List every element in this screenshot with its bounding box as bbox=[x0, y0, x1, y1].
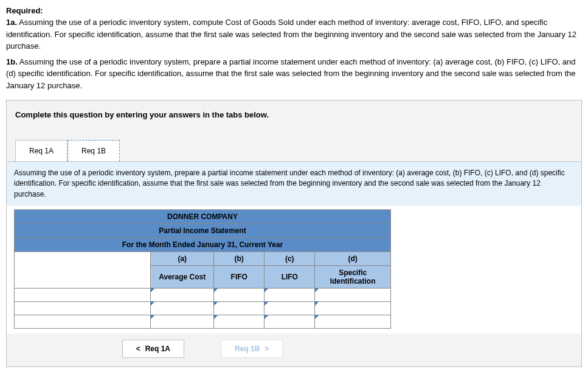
cell-input-r1-b[interactable] bbox=[214, 289, 265, 302]
row-label-input[interactable] bbox=[15, 302, 151, 315]
cell-input-r3-b[interactable] bbox=[214, 315, 265, 329]
tab-description: Assuming the use of a periodic inventory… bbox=[7, 161, 581, 206]
answer-container: Complete this question by entering your … bbox=[6, 100, 582, 367]
tabs-row: Req 1A Req 1B bbox=[7, 129, 581, 161]
q1b-label: 1b. bbox=[6, 57, 18, 66]
table-row bbox=[15, 315, 391, 329]
question-1b: 1b. Assuming the use of a periodic inven… bbox=[6, 56, 582, 92]
table-wrap: DONNER COMPANY Partial Income Statement … bbox=[7, 206, 581, 334]
chevron-right-icon: > bbox=[265, 345, 269, 353]
row-label-input[interactable] bbox=[15, 289, 151, 302]
question-1a: 1a. Assuming the use of a periodic inven… bbox=[6, 16, 582, 52]
prev-req-button[interactable]: < Req 1A bbox=[122, 340, 184, 358]
table-title: Partial Income Statement bbox=[15, 224, 391, 238]
col-name-c: LIFO bbox=[265, 266, 315, 289]
cell-input-r1-a[interactable] bbox=[151, 289, 214, 302]
next-req-button[interactable]: Req 1B > bbox=[221, 340, 283, 358]
cell-input-r3-d[interactable] bbox=[315, 315, 391, 329]
cell-input-r2-a[interactable] bbox=[151, 302, 214, 315]
chevron-left-icon: < bbox=[136, 345, 140, 353]
cell-input-r2-d[interactable] bbox=[315, 302, 391, 315]
cell-input-r2-c[interactable] bbox=[265, 302, 315, 315]
prev-req-label: Req 1A bbox=[145, 345, 170, 353]
col-letter-d: (d) bbox=[315, 252, 391, 266]
tab-req-1b[interactable]: Req 1B bbox=[67, 140, 120, 161]
tab-req-1a[interactable]: Req 1A bbox=[15, 140, 67, 161]
instruction-text: Complete this question by entering your … bbox=[7, 100, 581, 129]
table-row bbox=[15, 289, 391, 302]
cell-input-r3-c[interactable] bbox=[265, 315, 315, 329]
col-name-a: Average Cost bbox=[151, 266, 214, 289]
col-name-b: FIFO bbox=[214, 266, 265, 289]
cell-input-r1-c[interactable] bbox=[265, 289, 315, 302]
next-req-label: Req 1B bbox=[235, 345, 260, 353]
col-letter-b: (b) bbox=[214, 252, 265, 266]
cell-input-r1-d[interactable] bbox=[315, 289, 391, 302]
q1a-text: Assuming the use of a periodic inventory… bbox=[6, 18, 576, 51]
table-row bbox=[15, 302, 391, 315]
table-company: DONNER COMPANY bbox=[15, 210, 391, 224]
q1a-label: 1a. bbox=[6, 18, 17, 27]
col-name-d: Specific Identification bbox=[315, 266, 391, 289]
cell-input-r2-b[interactable] bbox=[214, 302, 265, 315]
col-letter-c: (c) bbox=[265, 252, 315, 266]
cell-input-r3-a[interactable] bbox=[151, 315, 214, 329]
required-heading: Required: bbox=[6, 6, 582, 15]
nav-buttons: < Req 1A Req 1B > bbox=[14, 334, 391, 366]
row-label-input[interactable] bbox=[15, 315, 151, 329]
row-label-header bbox=[15, 252, 151, 289]
income-statement-table: DONNER COMPANY Partial Income Statement … bbox=[14, 209, 391, 329]
table-period: For the Month Ended January 31, Current … bbox=[15, 238, 391, 252]
q1b-text: Assuming the use of a periodic inventory… bbox=[6, 57, 575, 90]
col-letter-a: (a) bbox=[151, 252, 214, 266]
